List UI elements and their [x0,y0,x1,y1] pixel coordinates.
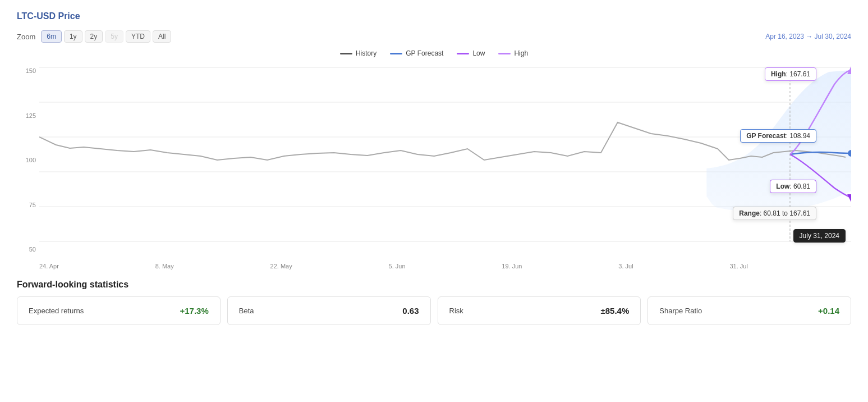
zoom-btn-6m[interactable]: 6m [41,30,62,43]
x-label-jun5: 5. Jun [389,263,406,269]
zoom-btn-all[interactable]: All [153,30,171,43]
stat-card-risk: Risk ±85.4% [438,296,641,325]
zoom-btn-1y[interactable]: 1y [64,30,82,43]
y-label-50: 50 [17,246,39,253]
chart-svg [39,62,851,253]
legend-history-line [340,53,352,54]
stat-value-returns: +17.3% [180,306,208,316]
low-arrow [847,194,851,202]
zoom-label: Zoom [17,33,35,41]
x-label-may22: 22. May [270,263,292,269]
y-label-125: 125 [17,112,39,119]
x-label-may8: 8. May [155,263,174,269]
x-label-jul3: 3. Jul [618,263,633,269]
tooltip-range: Range: 60.81 to 167.61 [733,207,816,220]
x-label-jun19: 19. Jun [502,263,522,269]
history-line [39,122,846,160]
tooltip-date-label: July 31, 2024 [800,232,839,240]
stat-card-expected-returns: Expected returns +17.3% [17,296,221,325]
legend-gp-label: GP Forecast [406,49,443,57]
legend-low-line [457,53,469,54]
stats-title: Forward-looking statistics [17,280,851,290]
x-label-jul31: 31. Jul [729,263,747,269]
legend-high-line [498,53,511,54]
tooltip-low-label: Low: 60.81 [776,182,810,190]
tooltip-range-label: Range: 60.81 to 167.61 [739,209,810,217]
stat-card-sharpe: Sharpe Ratio +0.14 [647,296,851,325]
stat-label-beta: Beta [239,307,254,315]
zoom-btn-2y[interactable]: 2y [85,30,103,43]
tooltip-high: High: 167.61 [765,67,816,81]
page-title: LTC-USD Price [17,11,851,21]
legend-high: High [498,49,528,57]
legend-history-label: History [356,49,376,57]
tooltip-gp-forecast: GP Forecast: 108.94 [740,129,816,143]
y-label-100: 100 [17,157,39,163]
tooltip-low: Low: 60.81 [770,180,816,193]
stat-value-beta: 0.63 [402,306,419,316]
stat-card-beta: Beta 0.63 [227,296,431,325]
x-label-apr24: 24. Apr [39,263,59,269]
stats-cards: Expected returns +17.3% Beta 0.63 Risk ±… [17,296,851,325]
stat-label-risk: Risk [449,307,463,315]
stat-value-sharpe: +0.14 [818,306,839,316]
legend-gp-line [390,53,402,54]
stat-value-risk: ±85.4% [600,306,629,316]
tooltip-gp-label: GP Forecast: 108.94 [746,132,810,140]
zoom-btn-5y[interactable]: 5y [105,30,123,43]
tooltip-date: July 31, 2024 [793,229,846,243]
stat-label-returns: Expected returns [29,307,84,315]
tooltip-high-label: High: 167.61 [771,70,810,78]
legend-low-label: Low [472,49,485,57]
legend-history: History [340,49,376,57]
date-range: Apr 16, 2023 → Jul 30, 2024 [765,33,851,40]
legend-gp-forecast: GP Forecast [390,49,443,57]
toolbar: Zoom 6m 1y 2y 5y YTD All Apr 16, 2023 → … [17,30,851,43]
legend-high-label: High [514,49,528,57]
y-label-75: 75 [17,202,39,208]
zoom-btn-ytd[interactable]: YTD [126,30,150,43]
stat-label-sharpe: Sharpe Ratio [659,307,702,315]
legend: History GP Forecast Low High [17,49,851,57]
y-label-150: 150 [17,67,39,74]
legend-low: Low [457,49,485,57]
zoom-controls: Zoom 6m 1y 2y 5y YTD All [17,30,171,43]
